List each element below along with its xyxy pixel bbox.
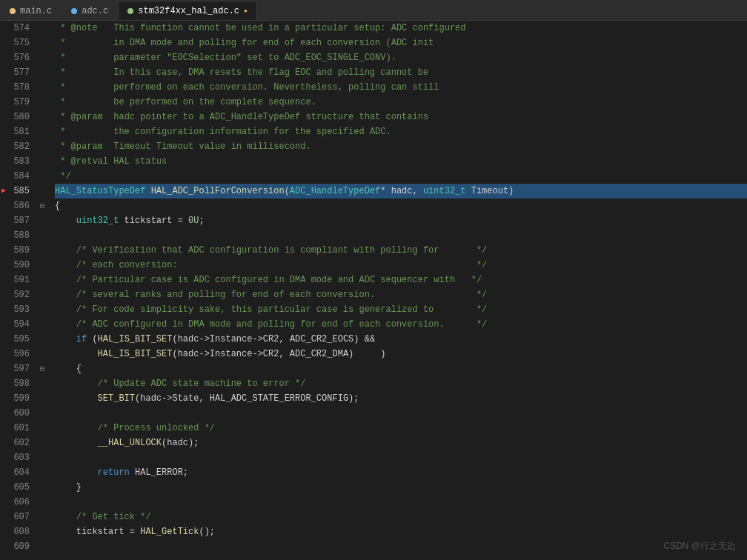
code-line: { bbox=[55, 199, 747, 213]
fold-gutter-cell bbox=[37, 50, 47, 65]
line-number: 576 bbox=[0, 50, 30, 65]
code-token: if bbox=[76, 332, 87, 347]
tab-bar: main.cadc.cstm32f4xx_hal_adc.c● bbox=[0, 0, 747, 21]
code-token bbox=[55, 213, 76, 228]
code-line: * in DMA mode and polling for end of eac… bbox=[55, 36, 747, 50]
code-line: */ bbox=[55, 169, 747, 184]
code-token: hadc pointer to a ADC_HandleTypeDef stru… bbox=[103, 110, 428, 124]
code-token: /* several ranks and polling for end of … bbox=[76, 287, 488, 302]
fold-gutter-cell[interactable]: ⊟ bbox=[37, 361, 47, 376]
line-number: 587 bbox=[0, 213, 30, 228]
code-line: HAL_StatusTypeDef HAL_ADC_PollForConvers… bbox=[55, 184, 747, 199]
code-line: /* several ranks and polling for end of … bbox=[55, 287, 747, 302]
line-number: 594 bbox=[0, 317, 30, 332]
code-token: (hadc); bbox=[162, 436, 199, 450]
code-token bbox=[55, 287, 76, 302]
fold-gutter-cell bbox=[37, 36, 47, 50]
fold-button[interactable]: ⊟ bbox=[40, 365, 44, 373]
fold-gutter-cell[interactable]: ⊟ bbox=[37, 199, 47, 213]
fold-gutter-cell bbox=[37, 169, 47, 184]
code-token: * bbox=[55, 21, 71, 36]
line-number: 584 bbox=[0, 169, 30, 184]
fold-gutter-cell bbox=[37, 480, 47, 495]
fold-gutter-cell bbox=[37, 347, 47, 361]
code-token: */ bbox=[55, 169, 71, 184]
line-numbers-gutter: 574575576577578579580581582583584▶585586… bbox=[0, 21, 37, 560]
code-token: information bbox=[210, 124, 268, 139]
code-line: /* Get tick */ bbox=[55, 510, 747, 524]
code-token bbox=[55, 465, 98, 480]
code-line: } bbox=[55, 480, 747, 495]
fold-gutter-cell bbox=[37, 376, 47, 391]
fold-gutter-cell bbox=[37, 495, 47, 510]
fold-gutter-cell bbox=[37, 450, 47, 465]
code-token: tickstart = bbox=[119, 213, 188, 228]
line-number: 583 bbox=[0, 154, 30, 169]
tab-stm32-hal[interactable]: stm32f4xx_hal_adc.c● bbox=[118, 1, 257, 20]
code-token: HAL_ERROR; bbox=[130, 465, 188, 480]
fold-gutter-cell bbox=[37, 273, 47, 287]
code-token: for the specified ADC. bbox=[268, 124, 391, 139]
code-line bbox=[55, 495, 747, 510]
code-token: __HAL_UNLOCK bbox=[55, 436, 162, 450]
code-line: /* Verification that ADC configuration i… bbox=[55, 243, 747, 258]
code-token: @note bbox=[71, 21, 98, 36]
line-number: 578 bbox=[0, 80, 30, 95]
code-token: { bbox=[55, 199, 60, 213]
line-number: 600 bbox=[0, 406, 30, 421]
code-token: HAL_GetTick bbox=[140, 524, 199, 539]
code-line: * In this case, DMA resets the flag EOC … bbox=[55, 65, 747, 80]
code-token: * parameter "EOCSelection" set to ADC_EO… bbox=[55, 50, 396, 65]
fold-gutter-cell bbox=[37, 524, 47, 539]
line-number: 591 bbox=[0, 273, 30, 287]
fold-gutter-cell bbox=[37, 465, 47, 480]
fold-gutter-cell bbox=[37, 406, 47, 421]
code-token: @param bbox=[71, 110, 103, 124]
code-line: * the configuration information for the … bbox=[55, 124, 747, 139]
tab-modified-indicator: ● bbox=[244, 7, 248, 14]
code-token: Timeout) bbox=[466, 184, 514, 199]
code-token: * bbox=[55, 139, 71, 154]
tab-dot bbox=[127, 8, 133, 14]
code-token bbox=[55, 243, 76, 258]
code-token: * the configuration bbox=[55, 124, 210, 139]
tab-adc-c[interactable]: adc.c bbox=[62, 1, 118, 20]
fold-gutter-cell bbox=[37, 139, 47, 154]
line-number: 589 bbox=[0, 243, 30, 258]
code-token: (hadc->State, HAL_ADC_STATE_ERROR_CONFIG… bbox=[135, 391, 359, 406]
line-number: 575 bbox=[0, 36, 30, 50]
code-token: /* each conversion: */ bbox=[76, 258, 488, 273]
code-token bbox=[145, 184, 150, 199]
code-token: * hadc, bbox=[380, 184, 423, 199]
fold-gutter-cell bbox=[37, 391, 47, 406]
fold-gutter-cell bbox=[37, 213, 47, 228]
code-token bbox=[55, 376, 98, 391]
fold-button[interactable]: ⊟ bbox=[40, 202, 44, 210]
code-token: 0U bbox=[188, 213, 199, 228]
code-token: /* Verification that ADC configuration i… bbox=[76, 243, 488, 258]
code-line: * be performed on the complete sequence. bbox=[55, 95, 747, 110]
fold-gutter-cell bbox=[37, 510, 47, 524]
code-token: * bbox=[55, 110, 71, 124]
fold-gutter-cell bbox=[37, 21, 47, 36]
fold-gutter-cell bbox=[37, 124, 47, 139]
fold-gutter-cell bbox=[37, 421, 47, 436]
code-token: HAL_ADC_PollForConversion bbox=[151, 184, 285, 199]
code-line: SET_BIT(hadc->State, HAL_ADC_STATE_ERROR… bbox=[55, 391, 747, 406]
code-token: { bbox=[55, 361, 82, 376]
code-token bbox=[55, 391, 98, 406]
code-token bbox=[55, 273, 76, 287]
fold-gutter-cell bbox=[37, 243, 47, 258]
code-token: * be performed on the complete sequence. bbox=[55, 95, 316, 110]
code-token bbox=[55, 317, 76, 332]
line-number: 579 bbox=[0, 95, 30, 110]
tab-main-c[interactable]: main.c bbox=[0, 1, 62, 20]
code-token bbox=[55, 510, 76, 524]
line-number: 597 bbox=[0, 361, 30, 376]
code-token: ; bbox=[199, 213, 204, 228]
fold-gutter-cell bbox=[37, 228, 47, 243]
fold-gutter-cell bbox=[37, 317, 47, 332]
code-token bbox=[55, 302, 76, 317]
code-token: * in DMA mode and polling for end of eac… bbox=[55, 36, 434, 50]
code-token: HAL_IS_BIT_SET bbox=[98, 332, 173, 347]
